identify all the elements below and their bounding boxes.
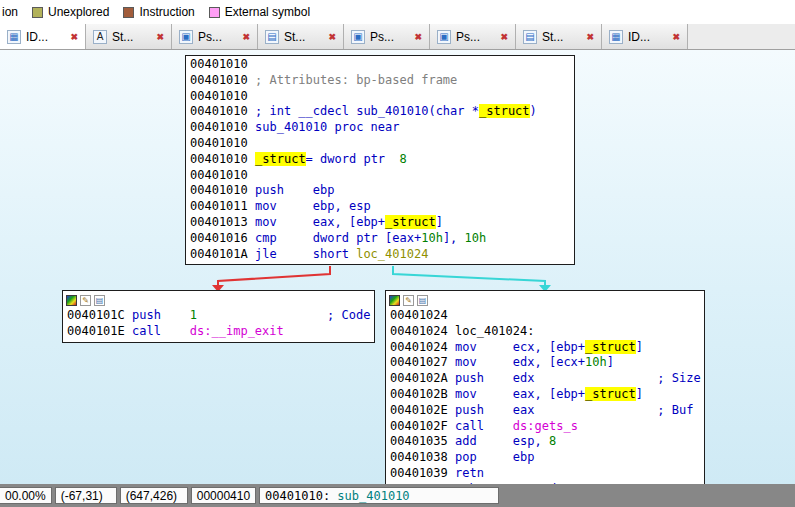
tab-6[interactable]: ▤St...✖ — [516, 24, 602, 49]
tab-file-icon: A — [93, 30, 107, 44]
node-title-bar: ✎▤ — [386, 292, 704, 308]
node-frame-icon[interactable]: ▤ — [417, 295, 428, 306]
code-line[interactable]: 00401035 add esp, 8 — [386, 434, 704, 450]
code-line[interactable]: 00401010 ; int __cdecl sub_401010(char *… — [186, 104, 574, 120]
tab-4[interactable]: ▣Ps...✖ — [344, 24, 430, 49]
tab-close-icon[interactable]: ✖ — [586, 32, 594, 42]
tab-label: St... — [112, 30, 151, 44]
tab-label: ID... — [628, 30, 667, 44]
tab-close-icon[interactable]: ✖ — [70, 32, 78, 42]
code-line[interactable]: 00401013 mov eax, [ebp+_struct] — [186, 215, 574, 231]
node-loc-401024[interactable]: ✎▤0040102400401024 loc_401024:00401024 m… — [385, 290, 705, 484]
code-line[interactable]: 00401010 ; Attributes: bp-based frame — [186, 73, 574, 89]
tab-0[interactable]: ▦ID...✖ — [0, 24, 86, 49]
code-line[interactable]: 00401010 — [186, 89, 574, 105]
tab-label: Ps... — [198, 30, 237, 44]
tab-label: St... — [542, 30, 581, 44]
graph-view[interactable]: 0040101000401010 ; Attributes: bp-based … — [0, 50, 795, 484]
code-line[interactable]: 0040102F call ds:gets_s — [386, 419, 704, 435]
tab-file-icon: ▣ — [351, 30, 365, 44]
legend-label: Instruction — [139, 5, 194, 19]
code-line[interactable]: 00401010 push ebp — [186, 183, 574, 199]
tab-label: Ps... — [370, 30, 409, 44]
code-line[interactable]: 00401024 mov ecx, [ebp+_struct] — [386, 340, 704, 356]
node-color-icon[interactable] — [389, 295, 400, 306]
code-line[interactable]: 0040102E push eax ; Buf — [386, 403, 704, 419]
status-zoom: 00.00% — [0, 487, 52, 504]
code-line[interactable]: 00401039 retn — [386, 466, 704, 482]
node-entry[interactable]: 0040101000401010 ; Attributes: bp-based … — [185, 55, 575, 265]
code-line[interactable]: 0040102A push edx ; Size — [386, 371, 704, 387]
tab-close-icon[interactable]: ✖ — [156, 32, 164, 42]
tab-file-icon: ▣ — [179, 30, 193, 44]
node-edit-icon[interactable]: ✎ — [80, 295, 91, 306]
code-line[interactable]: 00401010 — [186, 168, 574, 184]
tab-file-icon: ▤ — [523, 30, 537, 44]
legend-bar: ion UnexploredInstructionExternal symbol — [0, 0, 795, 24]
tab-close-icon[interactable]: ✖ — [242, 32, 250, 42]
legend-item-unexplored: Unexplored — [32, 5, 109, 19]
legend-label: Unexplored — [48, 5, 109, 19]
status-graph-coords: (-67,31) — [55, 487, 117, 504]
legend-truncated-label: ion — [2, 5, 18, 19]
tab-file-icon: ▤ — [265, 30, 279, 44]
legend-items: UnexploredInstructionExternal symbol — [32, 5, 310, 19]
node-edit-icon[interactable]: ✎ — [403, 295, 414, 306]
legend-item-instruction: Instruction — [123, 5, 194, 19]
legend-swatch-instruction — [123, 7, 134, 18]
status-address: 00401010: sub_401010 — [259, 487, 499, 504]
code-line[interactable]: 00401010 — [186, 57, 574, 73]
legend-label: External symbol — [225, 5, 310, 19]
tab-2[interactable]: ▣Ps...✖ — [172, 24, 258, 49]
code-line[interactable]: 00401010 sub_401010 proc near — [186, 120, 574, 136]
tab-close-icon[interactable]: ✖ — [328, 32, 336, 42]
code-line[interactable]: 00401024 loc_401024: — [386, 324, 704, 340]
status-cursor-coords: (647,426) — [120, 487, 188, 504]
tab-close-icon[interactable]: ✖ — [414, 32, 422, 42]
legend-swatch-external-symbol — [209, 7, 220, 18]
code-line[interactable]: 00401038 pop ebp — [386, 450, 704, 466]
tab-close-icon[interactable]: ✖ — [672, 32, 680, 42]
code-line[interactable]: 0040102B mov eax, [ebp+_struct] — [386, 387, 704, 403]
status-bar: 00.00%(-67,31)(647,426)0000041000401010:… — [0, 484, 795, 507]
code-line[interactable]: 0040101A jle short loc_401024 — [186, 247, 574, 263]
node-title-bar: ✎▤ — [63, 292, 374, 308]
tab-file-icon: ▦ — [7, 30, 21, 44]
code-line[interactable]: 00401011 mov ebp, esp — [186, 199, 574, 215]
node-color-icon[interactable] — [66, 295, 77, 306]
tab-close-icon[interactable]: ✖ — [500, 32, 508, 42]
tab-bar: ▦ID...✖ASt...✖▣Ps...✖▤St...✖▣Ps...✖▣Ps..… — [0, 24, 795, 50]
legend-swatch-unexplored — [32, 7, 43, 18]
node-exit-call[interactable]: ✎▤0040101C push 1 ; Code0040101E call ds… — [62, 290, 375, 343]
legend-item-external-symbol: External symbol — [209, 5, 310, 19]
code-line[interactable]: 00401010 _struct= dword ptr 8 — [186, 152, 574, 168]
tab-file-icon: ▦ — [609, 30, 623, 44]
code-line[interactable]: 00401027 mov edx, [ecx+10h] — [386, 355, 704, 371]
edge-false-branch — [218, 266, 330, 286]
edge-true-branch — [393, 266, 545, 286]
code-line[interactable]: 0040101C push 1 ; Code — [63, 308, 374, 324]
tab-label: ID... — [26, 30, 65, 44]
tab-5[interactable]: ▣Ps...✖ — [430, 24, 516, 49]
tab-file-icon: ▣ — [437, 30, 451, 44]
tab-label: Ps... — [456, 30, 495, 44]
tab-label: St... — [284, 30, 323, 44]
code-line[interactable]: 00401010 — [186, 136, 574, 152]
code-line[interactable]: 00401024 — [386, 308, 704, 324]
status-file-offset: 00000410 — [191, 487, 256, 504]
tab-1[interactable]: ASt...✖ — [86, 24, 172, 49]
code-line[interactable]: 0040101E call ds:__imp_exit — [63, 324, 374, 340]
code-line[interactable]: 00401016 cmp dword ptr [eax+10h], 10h — [186, 231, 574, 247]
tab-7[interactable]: ▦ID...✖ — [602, 24, 688, 49]
tab-3[interactable]: ▤St...✖ — [258, 24, 344, 49]
node-frame-icon[interactable]: ▤ — [94, 295, 105, 306]
